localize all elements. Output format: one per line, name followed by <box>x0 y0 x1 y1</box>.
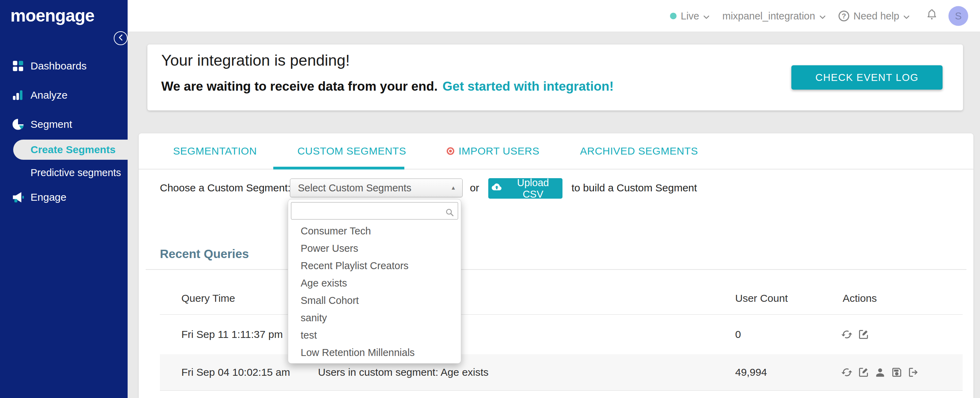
segment-pie-icon <box>11 118 25 131</box>
dropdown-option[interactable]: Small Cohort <box>288 292 461 309</box>
engage-megaphone-icon <box>11 191 25 204</box>
sidebar-item-label: Create Segments <box>30 144 116 156</box>
divider <box>146 269 966 270</box>
integration-banner: Your integration is pending! We are wait… <box>147 45 963 110</box>
custom-segment-select[interactable]: Select Custom Segments ▲ <box>290 179 463 197</box>
avatar-initial: S <box>955 10 962 22</box>
or-label: or <box>470 182 479 194</box>
query-cell: Users in custom segment: Age exists <box>318 366 488 378</box>
environment-label: Live <box>681 10 699 22</box>
dropdown-option[interactable]: Consumer Tech <box>288 222 461 240</box>
live-status-dot <box>670 13 676 19</box>
sidebar-item-create-segments[interactable]: Create Segments <box>13 140 127 160</box>
dropdown-options-list: Consumer Tech Power Users Recent Playlis… <box>288 222 461 361</box>
actions-cell <box>841 329 869 340</box>
cloud-upload-icon <box>490 183 502 194</box>
sidebar-item-analyze[interactable]: Analyze <box>0 85 127 105</box>
sidebar-item-label: Predictive segments <box>30 167 121 179</box>
upload-csv-label: Upload CSV <box>506 177 560 200</box>
sidebar: moengage Dashboards <box>0 0 127 398</box>
dropdown-option[interactable]: Low Retention Millennials <box>288 344 461 361</box>
dropdown-option[interactable]: Power Users <box>288 240 461 257</box>
banner-message-text: We are waiting to receive data from your… <box>161 79 438 93</box>
sidebar-item-dashboards[interactable]: Dashboards <box>0 56 127 77</box>
sidebar-item-label: Analyze <box>30 89 68 101</box>
export-icon[interactable] <box>907 366 919 378</box>
tab-archived-segments[interactable]: ARCHIVED SEGMENTS <box>580 145 698 157</box>
sidebar-item-segment[interactable]: Segment <box>0 114 127 135</box>
column-header-query-time: Query Time <box>181 293 235 304</box>
table-row: Fri Sep 11 1:11:37 pm 0 <box>160 315 963 354</box>
column-header-user-count: User Count <box>735 293 788 304</box>
chevron-up-icon: ▲ <box>450 185 456 191</box>
dropdown-option[interactable]: test <box>288 326 461 344</box>
tab-bar: SEGMENTATION CUSTOM SEGMENTS IMPORT USER… <box>139 133 974 169</box>
dropdown-search-input[interactable] <box>291 202 458 219</box>
query-time-cell: Fri Sep 11 1:11:37 pm <box>181 329 283 340</box>
need-help-menu[interactable]: ? Need help <box>838 10 910 22</box>
bell-icon <box>926 8 938 24</box>
help-question-icon: ? <box>838 10 849 21</box>
actions-cell <box>841 366 919 378</box>
search-icon <box>445 208 455 219</box>
user-count-cell: 0 <box>735 329 741 340</box>
import-users-dot-icon <box>447 147 454 155</box>
recent-queries-title: Recent Queries <box>160 247 249 261</box>
sidebar-item-label: Segment <box>30 118 72 130</box>
save-icon[interactable] <box>891 366 903 378</box>
chevron-down-icon <box>703 10 710 22</box>
user-count-cell: 49,994 <box>735 366 767 378</box>
segments-card: SEGMENTATION CUSTOM SEGMENTS IMPORT USER… <box>139 133 974 398</box>
active-tab-indicator <box>273 167 404 169</box>
banner-title: Your integration is pending! <box>161 51 350 69</box>
chevron-left-icon <box>118 34 124 42</box>
sidebar-item-label: Dashboards <box>30 60 87 72</box>
edit-icon[interactable] <box>858 329 869 340</box>
choose-segment-label: Choose a Custom Segment: <box>160 182 291 194</box>
upload-csv-button[interactable]: Upload CSV <box>488 178 563 199</box>
dashboards-grid-icon <box>11 59 25 73</box>
topbar: Live mixpanel_integration ? Need help <box>127 0 980 32</box>
query-time-cell: Fri Sep 04 10:02:15 am <box>181 366 290 378</box>
notifications-button[interactable] <box>926 8 938 24</box>
banner-message: We are waiting to receive data from your… <box>161 79 614 94</box>
tab-import-users[interactable]: IMPORT USERS <box>447 145 539 157</box>
dropdown-option[interactable]: Age exists <box>288 274 461 292</box>
select-value: Select Custom Segments <box>298 182 411 194</box>
dropdown-option[interactable]: Recent Playlist Creators <box>288 257 461 274</box>
workspace-selector[interactable]: mixpanel_integration <box>722 10 826 22</box>
refresh-icon[interactable] <box>841 329 853 340</box>
need-help-label: Need help <box>853 10 899 22</box>
chevron-down-icon <box>819 10 826 22</box>
analyze-bars-icon <box>11 89 25 102</box>
dropdown-option[interactable]: sanity <box>288 309 461 326</box>
custom-segment-dropdown-panel: Consumer Tech Power Users Recent Playlis… <box>288 199 461 364</box>
tab-segmentation[interactable]: SEGMENTATION <box>173 145 257 157</box>
workspace-label: mixpanel_integration <box>722 10 815 22</box>
column-header-actions: Actions <box>843 293 877 304</box>
refresh-icon[interactable] <box>841 366 853 378</box>
edit-icon[interactable] <box>858 366 869 378</box>
sidebar-collapse-button[interactable] <box>114 31 127 45</box>
user-avatar[interactable]: S <box>948 6 968 26</box>
sidebar-item-engage[interactable]: Engage <box>0 187 127 208</box>
chevron-down-icon <box>904 10 910 22</box>
check-event-log-button[interactable]: CHECK EVENT LOG <box>791 65 943 90</box>
environment-selector[interactable]: Live <box>670 10 710 22</box>
moengage-logo: moengage <box>10 6 94 26</box>
app: moengage Dashboards <box>0 0 980 398</box>
user-icon[interactable] <box>874 366 886 378</box>
tab-label: IMPORT USERS <box>458 145 539 157</box>
sidebar-item-predictive-segments[interactable]: Predictive segments <box>0 162 127 183</box>
get-started-link[interactable]: Get started with integration! <box>442 79 614 93</box>
table-row: Fri Sep 04 10:02:15 am Users in custom s… <box>160 354 963 391</box>
tab-custom-segments[interactable]: CUSTOM SEGMENTS <box>298 145 406 157</box>
build-segment-label: to build a Custom Segment <box>571 182 697 194</box>
sidebar-item-label: Engage <box>30 191 66 203</box>
